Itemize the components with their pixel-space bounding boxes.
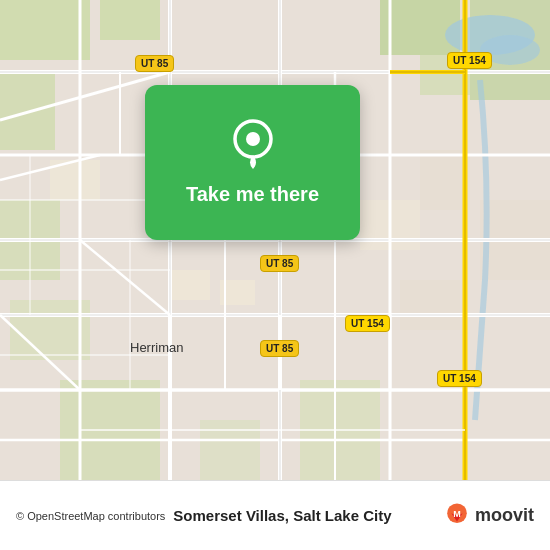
svg-point-63: [246, 132, 260, 146]
moovit-logo: M moovit: [443, 502, 534, 530]
road-badge-ut154-mid: UT 154: [345, 315, 390, 332]
svg-text:M: M: [453, 508, 461, 518]
road-badge-ut154-bottom: UT 154: [437, 370, 482, 387]
svg-rect-19: [400, 280, 460, 330]
svg-rect-3: [0, 70, 55, 150]
road-badge-ut85-mid: UT 85: [260, 255, 299, 272]
svg-rect-2: [100, 0, 160, 40]
moovit-text: moovit: [475, 505, 534, 526]
bottom-bar: © OpenStreetMap contributors Somerset Vi…: [0, 480, 550, 550]
svg-rect-12: [170, 270, 210, 300]
city-label: Herriman: [130, 340, 183, 355]
svg-rect-8: [10, 300, 90, 360]
place-name: Somerset Villas, Salt Lake City: [173, 507, 443, 524]
road-badge-ut85-top: UT 85: [135, 55, 174, 72]
road-badge-ut154-top: UT 154: [447, 52, 492, 69]
road-badge-ut85-bottom: UT 85: [260, 340, 299, 357]
moovit-icon: M: [443, 502, 471, 530]
map-container: UT 85 UT 85 UT 85 UT 154 UT 154 UT 154 H…: [0, 0, 550, 480]
map-svg: [0, 0, 550, 480]
svg-rect-1: [0, 0, 90, 60]
action-card[interactable]: Take me there: [145, 85, 360, 240]
pin-icon: [227, 119, 279, 171]
action-label: Take me there: [186, 183, 319, 206]
attribution: © OpenStreetMap contributors: [16, 510, 165, 522]
svg-rect-4: [380, 0, 460, 55]
